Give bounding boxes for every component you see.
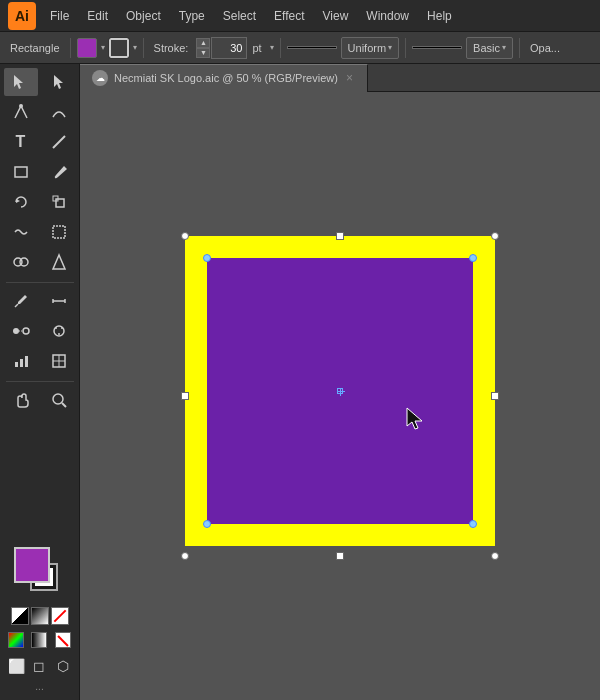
measure-tool[interactable] (42, 287, 76, 315)
paintbrush-tool[interactable] (42, 158, 76, 186)
scale-tool[interactable] (42, 188, 76, 216)
svg-point-16 (13, 328, 19, 334)
stroke-decrement-btn[interactable]: ▼ (196, 48, 210, 58)
svg-point-17 (23, 328, 29, 334)
fill-color-swatch[interactable] (14, 547, 50, 583)
warp-tool[interactable] (4, 218, 38, 246)
svg-marker-0 (14, 75, 23, 89)
tab-bar: ☁ Necmiati SK Logo.aic @ 50 % (RGB/Previ… (80, 64, 600, 92)
tool-row-9 (4, 317, 76, 345)
tool-row-3: T (4, 128, 76, 156)
menu-window[interactable]: Window (358, 5, 417, 27)
free-transform-tool[interactable] (42, 218, 76, 246)
handle-bl[interactable] (181, 552, 189, 560)
divider-3 (280, 38, 281, 58)
toolbox-colors: ⬜ ◻ ⬡ ... (0, 539, 79, 700)
blend-tool[interactable] (4, 317, 38, 345)
zoom-tool[interactable] (42, 386, 76, 414)
stroke-unit-dropdown[interactable]: ▾ (270, 43, 274, 52)
tool-row-8 (4, 287, 76, 315)
tool-row-1 (4, 68, 76, 96)
handle-tc[interactable] (336, 232, 344, 240)
tab-close-btn[interactable]: × (344, 71, 355, 85)
opacity-label: Opa... (526, 42, 564, 54)
menu-edit[interactable]: Edit (79, 5, 116, 27)
handle-bc[interactable] (336, 552, 344, 560)
graph-tool[interactable] (4, 347, 38, 375)
svg-marker-1 (54, 75, 63, 89)
basic-dropdown-arrow: ▾ (502, 43, 506, 52)
pen-tool[interactable] (4, 98, 38, 126)
fill-mode-btn[interactable]: ⬜ (6, 655, 27, 677)
inner-handle-bl[interactable] (203, 520, 211, 528)
symbol-sprayer-tool[interactable] (42, 317, 76, 345)
stroke-swatch-dropdown[interactable]: ▾ (133, 43, 137, 52)
line-tool[interactable] (42, 128, 76, 156)
tool-separator-2 (6, 381, 74, 382)
stroke-value-input[interactable] (211, 37, 247, 59)
handle-tl[interactable] (181, 232, 189, 240)
stroke-increment-btn[interactable]: ▲ (196, 38, 210, 48)
perspective-tool[interactable] (42, 248, 76, 276)
shape-builder-tool[interactable] (4, 248, 38, 276)
line-style-preview-2[interactable] (412, 46, 462, 49)
fill-swatch[interactable] (77, 38, 97, 58)
menu-view[interactable]: View (315, 5, 357, 27)
tool-separator-1 (6, 282, 74, 283)
uniform-dropdown[interactable]: Uniform ▾ (341, 37, 400, 59)
hand-tool[interactable] (4, 386, 38, 414)
mini-swatches (11, 607, 69, 625)
stroke-mode-btn[interactable]: ◻ (29, 655, 50, 677)
yellow-rectangle[interactable] (185, 236, 495, 546)
svg-point-10 (20, 258, 28, 266)
type-tool[interactable]: T (4, 128, 38, 156)
color-mode-row (6, 629, 74, 651)
rectangle-tool[interactable] (4, 158, 38, 186)
color-mode-btn[interactable] (6, 629, 27, 651)
document-tab[interactable]: ☁ Necmiati SK Logo.aic @ 50 % (RGB/Previ… (80, 64, 368, 92)
inner-handle-tr[interactable] (469, 254, 477, 262)
svg-marker-5 (16, 199, 20, 203)
curvature-tool[interactable] (42, 98, 76, 126)
basic-label: Basic (473, 42, 500, 54)
shape-label: Rectangle (6, 42, 64, 54)
direct-selection-tool[interactable] (42, 68, 76, 96)
inner-handle-tl[interactable] (203, 254, 211, 262)
slice-tool[interactable] (42, 347, 76, 375)
fill-dropdown-arrow[interactable]: ▾ (101, 43, 105, 52)
none-swatch[interactable] (51, 607, 69, 625)
black-white-swatch[interactable] (11, 607, 29, 625)
inner-handle-br[interactable] (469, 520, 477, 528)
menu-type[interactable]: Type (171, 5, 213, 27)
handle-mr[interactable] (491, 392, 499, 400)
none-mode-btn[interactable] (52, 629, 73, 651)
canvas-content[interactable] (80, 92, 600, 700)
menu-file[interactable]: File (42, 5, 77, 27)
artwork (185, 236, 495, 556)
handle-ml[interactable] (181, 392, 189, 400)
purple-rectangle[interactable] (207, 258, 473, 524)
menu-effect[interactable]: Effect (266, 5, 312, 27)
svg-rect-23 (15, 362, 18, 367)
handle-tr[interactable] (491, 232, 499, 240)
stroke-swatch[interactable] (109, 38, 129, 58)
more-tools-label[interactable]: ... (35, 681, 43, 692)
appearance-mode-btn[interactable]: ⬡ (52, 655, 73, 677)
gradient-swatch[interactable] (31, 607, 49, 625)
gradient-mode-btn[interactable] (29, 629, 50, 651)
tool-row-6 (4, 218, 76, 246)
menu-object[interactable]: Object (118, 5, 169, 27)
basic-dropdown[interactable]: Basic ▾ (466, 37, 513, 59)
line-style-preview[interactable] (287, 46, 337, 49)
menu-select[interactable]: Select (215, 5, 264, 27)
handle-br[interactable] (491, 552, 499, 560)
svg-line-30 (62, 403, 66, 407)
svg-point-21 (61, 327, 63, 329)
canvas-area[interactable]: ☁ Necmiati SK Logo.aic @ 50 % (RGB/Previ… (80, 64, 600, 700)
selection-tool[interactable] (4, 68, 38, 96)
menu-help[interactable]: Help (419, 5, 460, 27)
eyedropper-tool[interactable] (4, 287, 38, 315)
rotate-tool[interactable] (4, 188, 38, 216)
toolbar: Rectangle ▾ ▾ Stroke: ▲ ▼ pt ▾ Uniform ▾… (0, 32, 600, 64)
stroke-label: Stroke: (150, 42, 193, 54)
